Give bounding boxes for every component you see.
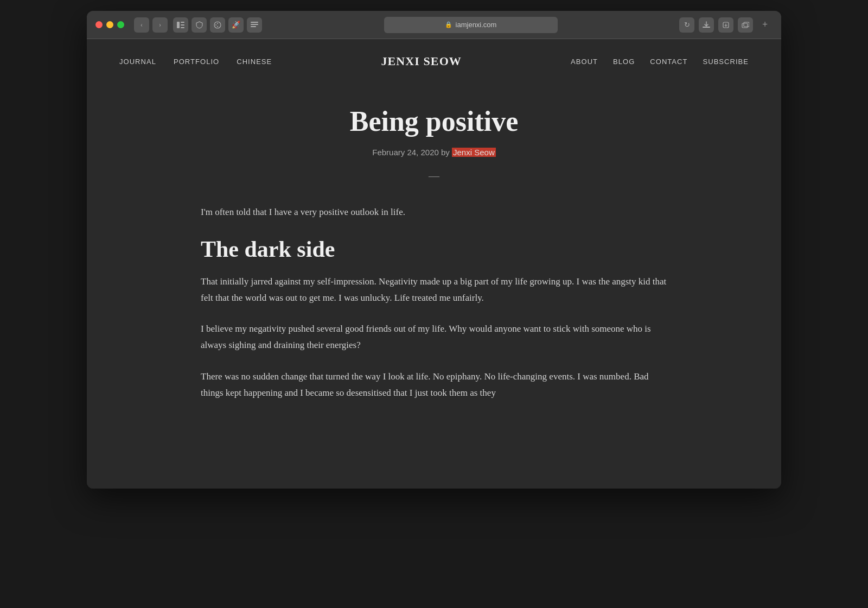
post-date: February 24, 2020 by bbox=[372, 148, 450, 157]
svg-rect-13 bbox=[742, 23, 748, 28]
author-link[interactable]: Jenxi Seow bbox=[452, 148, 496, 157]
website-content: JOURNAL PORTFOLIO CHINESE JENXI SEOW ABO… bbox=[87, 39, 781, 489]
traffic-lights bbox=[95, 21, 124, 28]
svg-rect-8 bbox=[251, 22, 258, 23]
svg-point-7 bbox=[217, 26, 218, 27]
paragraph-3: There was no sudden change that turned t… bbox=[201, 369, 667, 401]
nav-blog[interactable]: BLOG bbox=[613, 58, 635, 66]
lock-icon: 🔒 bbox=[445, 21, 452, 28]
back-button[interactable]: ‹ bbox=[134, 17, 149, 33]
paragraph-1: That initially jarred against my self-im… bbox=[201, 274, 667, 306]
share-icon bbox=[210, 17, 225, 33]
browser-titlebar: ‹ › bbox=[87, 11, 781, 39]
post-body: I'm often told that I have a very positi… bbox=[201, 204, 667, 401]
svg-rect-0 bbox=[177, 22, 180, 28]
site-title: JENXI SEOW bbox=[381, 54, 462, 68]
url-text: iamjenxi.com bbox=[456, 21, 497, 29]
forward-button[interactable]: › bbox=[152, 17, 168, 33]
svg-rect-1 bbox=[181, 22, 184, 23]
address-bar-container: 🔒 iamjenxi.com bbox=[267, 17, 674, 33]
maximize-button[interactable] bbox=[117, 21, 124, 28]
sidebar-button[interactable] bbox=[173, 17, 188, 33]
nav-subscribe[interactable]: SUBSCRIBE bbox=[703, 58, 749, 66]
new-tab-button[interactable]: + bbox=[757, 17, 773, 33]
svg-point-5 bbox=[215, 24, 216, 26]
refresh-button[interactable]: ↻ bbox=[679, 17, 694, 33]
nav-about[interactable]: ABOUT bbox=[571, 58, 598, 66]
browser-window: ‹ › bbox=[87, 11, 781, 489]
nav-right: ABOUT BLOG CONTACT SUBSCRIBE bbox=[571, 58, 749, 66]
nav-chinese[interactable]: CHINESE bbox=[237, 58, 272, 66]
browser-icons-right: ↻ + bbox=[679, 17, 773, 33]
post-divider: — bbox=[426, 170, 442, 182]
section-title: The dark side bbox=[201, 236, 667, 263]
rocket-icon: 🚀 bbox=[228, 17, 244, 33]
post-meta: February 24, 2020 by Jenxi Seow bbox=[201, 148, 667, 157]
intro-paragraph: I'm often told that I have a very positi… bbox=[201, 204, 667, 220]
browser-icons-left: ‹ › bbox=[134, 17, 262, 33]
svg-rect-9 bbox=[251, 24, 258, 25]
upload-icon bbox=[718, 17, 733, 33]
svg-rect-11 bbox=[703, 27, 710, 28]
main-content: Being positive February 24, 2020 by Jenx… bbox=[168, 84, 700, 489]
svg-rect-2 bbox=[181, 24, 184, 26]
nav-journal[interactable]: JOURNAL bbox=[119, 58, 156, 66]
nav-portfolio[interactable]: PORTFOLIO bbox=[174, 58, 219, 66]
download-icon bbox=[699, 17, 714, 33]
svg-rect-14 bbox=[744, 22, 749, 27]
address-bar[interactable]: 🔒 iamjenxi.com bbox=[384, 17, 558, 33]
close-button[interactable] bbox=[95, 21, 103, 28]
svg-point-4 bbox=[214, 22, 221, 28]
svg-rect-3 bbox=[181, 27, 184, 28]
tabs-icon bbox=[738, 17, 753, 33]
paragraph-2: I believe my negativity pushed several g… bbox=[201, 321, 667, 353]
minimize-button[interactable] bbox=[106, 21, 113, 28]
post-title: Being positive bbox=[201, 105, 667, 138]
site-nav: JOURNAL PORTFOLIO CHINESE JENXI SEOW ABO… bbox=[87, 39, 781, 84]
post-header: Being positive February 24, 2020 by Jenx… bbox=[201, 105, 667, 182]
svg-rect-10 bbox=[251, 26, 256, 27]
svg-point-6 bbox=[217, 23, 218, 24]
nav-left: JOURNAL PORTFOLIO CHINESE bbox=[119, 58, 272, 66]
nav-contact[interactable]: CONTACT bbox=[650, 58, 687, 66]
shield-icon bbox=[192, 17, 207, 33]
reader-icon bbox=[247, 17, 262, 33]
